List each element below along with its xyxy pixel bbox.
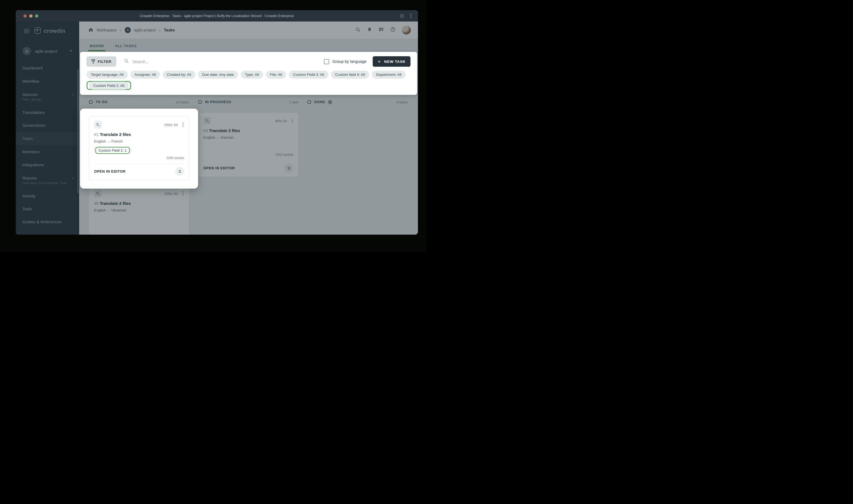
word-progress: 0/35 words: [94, 156, 184, 160]
browser-window: Crowdin Enterprise - Tasks - agile proje…: [16, 10, 418, 235]
filter-chip-type[interactable]: Type: All: [241, 71, 263, 78]
group-by-language-checkbox[interactable]: [324, 59, 329, 64]
custom-field-2-value-highlight: Custom Field 2: 1: [95, 147, 130, 154]
filter-chips-row: Target language: All Assignee: All Creat…: [87, 71, 411, 78]
filter-icon: [91, 59, 95, 64]
maximize-window-button[interactable]: [35, 14, 38, 18]
window-title: Crowdin Enterprise - Tasks - agile proje…: [16, 14, 418, 18]
search-icon: [124, 58, 129, 65]
filter-chip-custom-field-4[interactable]: Custom field 4: All: [331, 71, 369, 78]
filter-chip-custom-field-2[interactable]: Custom Field 2: All: [89, 82, 128, 90]
window-controls[interactable]: [23, 14, 38, 18]
add-assignee-button[interactable]: [175, 167, 184, 176]
task-title[interactable]: #1 Translate 2 files: [94, 132, 184, 137]
svg-text:A: A: [98, 125, 100, 127]
app-shell: crowdin A agile project Dashboard: [16, 21, 418, 235]
filter-button-label: FILTER: [98, 59, 111, 64]
minimize-window-button[interactable]: [29, 14, 33, 18]
filter-panel: FILTER Group by langu: [80, 52, 417, 95]
plus-icon: [378, 59, 381, 64]
new-task-label: NEW TASK: [384, 59, 405, 64]
filter-chip-department[interactable]: Department: All: [372, 71, 405, 78]
task-card[interactable]: A 169w 3d #1 Translate 2 files: [89, 116, 189, 180]
new-task-button[interactable]: NEW TASK: [373, 56, 411, 67]
filter-chip-custom-field-3[interactable]: Custom Field 3: All: [289, 71, 328, 78]
browser-menu-kebab-icon[interactable]: [411, 14, 412, 18]
translate-task-icon: A: [94, 121, 102, 128]
screenshot-stage: Crowdin Enterprise - Tasks - agile proje…: [0, 0, 426, 252]
custom-field-label-pill: Custom Field 2: 1: [94, 146, 131, 154]
filter-chip-created-by[interactable]: Created by: All: [163, 71, 195, 78]
filter-button[interactable]: FILTER: [87, 56, 116, 67]
filter-chip-file[interactable]: File: All: [266, 71, 286, 78]
card-menu-kebab-icon[interactable]: [182, 122, 184, 128]
task-title-text: Translate 2 files: [100, 132, 131, 137]
due-date: 169w 3d: [164, 123, 177, 127]
open-in-editor-link[interactable]: OPEN IN EDITOR: [94, 169, 125, 174]
group-by-language-label: Group by language: [332, 59, 366, 64]
filter-chip-target-language[interactable]: Target language: All: [87, 71, 128, 78]
filter-chip-due-date[interactable]: Due date: Any date: [198, 71, 238, 78]
custom-field-2-highlight: Custom Field 2: All: [87, 81, 131, 90]
task-languages: English → French: [94, 139, 184, 143]
filter-chip-assignee[interactable]: Assignee: All: [130, 71, 160, 78]
group-by-language-toggle[interactable]: Group by language: [324, 59, 366, 64]
window-titlebar: Crowdin Enterprise - Tasks - agile proje…: [16, 10, 418, 21]
task-id: #1: [94, 132, 99, 137]
search-input[interactable]: [133, 59, 215, 64]
close-window-button[interactable]: [23, 14, 27, 18]
extensions-puzzle-icon[interactable]: [400, 14, 404, 18]
task-card-spotlight-popover: A 169w 3d #1 Translate 2 files: [80, 109, 198, 188]
